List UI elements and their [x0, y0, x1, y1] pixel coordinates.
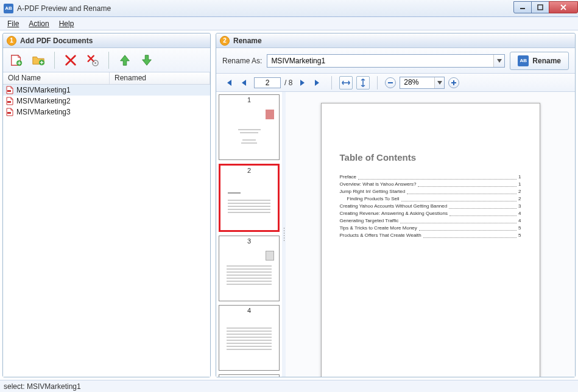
- thumb-number: 4: [219, 306, 279, 315]
- rename-bar: Rename As: AB Rename: [216, 48, 575, 74]
- app-icon: AB: [4, 4, 13, 13]
- toc-title: Table of Contents: [340, 152, 521, 163]
- toc-entry: Creating Yahoo Accounts Without Getting …: [340, 203, 521, 210]
- svg-rect-8: [7, 90, 11, 92]
- toc-entry: Products & Offers That Create Wealth5: [340, 232, 521, 239]
- rename-button[interactable]: AB Rename: [510, 52, 569, 70]
- filelist-header: Old Name Renamed: [3, 72, 210, 85]
- file-row[interactable]: MSIVMarketing3: [3, 107, 210, 117]
- last-page-button[interactable]: [312, 77, 324, 89]
- minimize-button[interactable]: [513, 1, 532, 13]
- thumb-page: [220, 175, 278, 230]
- zoom-out-button[interactable]: [385, 77, 396, 88]
- rename-input[interactable]: [267, 55, 493, 67]
- delete-button[interactable]: [61, 51, 80, 69]
- nav-separator: [331, 76, 332, 89]
- page-number-input[interactable]: [254, 77, 281, 88]
- file-row[interactable]: MSIVMarketing1: [3, 85, 210, 96]
- toc-entry: Finding Products To Sell2: [340, 195, 521, 203]
- svg-rect-1: [538, 5, 543, 10]
- move-up-button[interactable]: [115, 51, 135, 69]
- rename-button-label: Rename: [532, 57, 561, 65]
- svg-rect-10: [7, 112, 11, 114]
- move-down-button[interactable]: [137, 51, 157, 69]
- status-text: select: MSIVMarketing1: [4, 382, 81, 391]
- window-controls: [514, 1, 578, 13]
- pdf-icon: [5, 97, 14, 105]
- left-panel-title: Add PDF Documents: [20, 37, 93, 45]
- menu-file[interactable]: File: [2, 18, 24, 29]
- pdf-icon: [5, 108, 14, 116]
- right-panel-title: Rename: [233, 37, 262, 45]
- menubar: File Action Help: [0, 17, 578, 30]
- right-panel-header: 2 Rename: [216, 33, 575, 48]
- left-toolbar: [3, 48, 210, 72]
- delete-settings-button[interactable]: [83, 51, 102, 69]
- step-badge-2: 2: [220, 36, 230, 46]
- zoom-dropdown-icon[interactable]: [434, 77, 444, 88]
- menu-help[interactable]: Help: [54, 18, 79, 29]
- rename-button-icon: AB: [518, 55, 529, 66]
- pdf-icon: [5, 86, 14, 94]
- column-renamed[interactable]: Renamed: [110, 72, 210, 84]
- prev-page-button[interactable]: [238, 77, 250, 89]
- thumb-number: 5: [219, 375, 279, 377]
- zoom-value: 28%: [400, 77, 434, 88]
- toc-entry: Generating Targeted Traffic4: [340, 217, 521, 225]
- fit-height-button[interactable]: [356, 76, 370, 89]
- left-panel: 1 Add PDF Documents Old Name Renamed MSI…: [2, 33, 211, 377]
- rename-as-label: Rename As:: [222, 57, 262, 65]
- add-folder-button[interactable]: [29, 51, 48, 69]
- toc-entry: Jump Right In! Getting Started2: [340, 188, 521, 195]
- file-name: MSIVMarketing3: [16, 108, 71, 116]
- toc-entry: Tips & Tricks to Create More Money5: [340, 225, 521, 232]
- fit-width-button[interactable]: [339, 76, 353, 89]
- thumbnail[interactable]: 5: [219, 374, 280, 377]
- thumb-page: [219, 246, 279, 301]
- svg-rect-9: [7, 101, 11, 103]
- nav-separator: [377, 76, 378, 89]
- titlebar: AB A-PDF Preview and Rename: [0, 0, 578, 17]
- toc-entry: Preface1: [340, 173, 521, 181]
- thumbnail[interactable]: 2: [219, 164, 280, 232]
- close-button[interactable]: [549, 1, 578, 13]
- thumb-number: 1: [219, 95, 279, 105]
- file-list[interactable]: MSIVMarketing1MSIVMarketing2MSIVMarketin…: [3, 85, 210, 377]
- maximize-button[interactable]: [531, 1, 549, 13]
- file-name: MSIVMarketing2: [16, 97, 71, 105]
- main-area: 1 Add PDF Documents Old Name Renamed MSI…: [0, 30, 578, 380]
- thumb-number: 2: [220, 166, 278, 175]
- column-old-name[interactable]: Old Name: [3, 72, 110, 84]
- toc-entry: Creating Revenue: Answering & Asking Que…: [340, 210, 521, 217]
- page-navbar: / 8 28%: [216, 74, 575, 92]
- preview-area: 12345 Table of Contents Preface1Overview…: [216, 92, 575, 377]
- left-panel-header: 1 Add PDF Documents: [3, 33, 210, 48]
- file-row[interactable]: MSIVMarketing2: [3, 96, 210, 107]
- thumb-page: [219, 315, 279, 370]
- rename-combo[interactable]: [267, 54, 505, 68]
- statusbar: select: MSIVMarketing1: [0, 380, 578, 392]
- page-total-label: / 8: [284, 79, 292, 87]
- thumb-page: [219, 105, 279, 159]
- next-page-button[interactable]: [296, 77, 308, 89]
- menu-action[interactable]: Action: [24, 18, 54, 29]
- first-page-button[interactable]: [222, 77, 234, 89]
- zoom-combo[interactable]: 28%: [400, 77, 445, 89]
- thumbnail[interactable]: 4: [219, 305, 280, 371]
- page-view[interactable]: Table of Contents Preface1Overview: What…: [286, 92, 575, 377]
- page-canvas: Table of Contents Preface1Overview: What…: [321, 103, 540, 377]
- zoom-in-button[interactable]: [448, 77, 459, 88]
- toc-entry: Overview: What is Yahoo Answers?1: [340, 181, 521, 188]
- thumbnail[interactable]: 1: [219, 94, 280, 160]
- toolbar-separator: [54, 52, 55, 69]
- thumbnail-strip[interactable]: 12345: [216, 92, 282, 377]
- right-panel: 2 Rename Rename As: AB Rename / 8: [216, 33, 576, 377]
- rename-dropdown-icon[interactable]: [493, 55, 504, 67]
- window-title: A-PDF Preview and Rename: [17, 4, 514, 13]
- svg-point-7: [94, 62, 96, 64]
- thumbnail[interactable]: 3: [219, 236, 280, 301]
- thumb-number: 3: [219, 236, 279, 246]
- step-badge-1: 1: [7, 36, 16, 46]
- toolbar-separator: [108, 52, 109, 69]
- add-file-button[interactable]: [7, 51, 26, 69]
